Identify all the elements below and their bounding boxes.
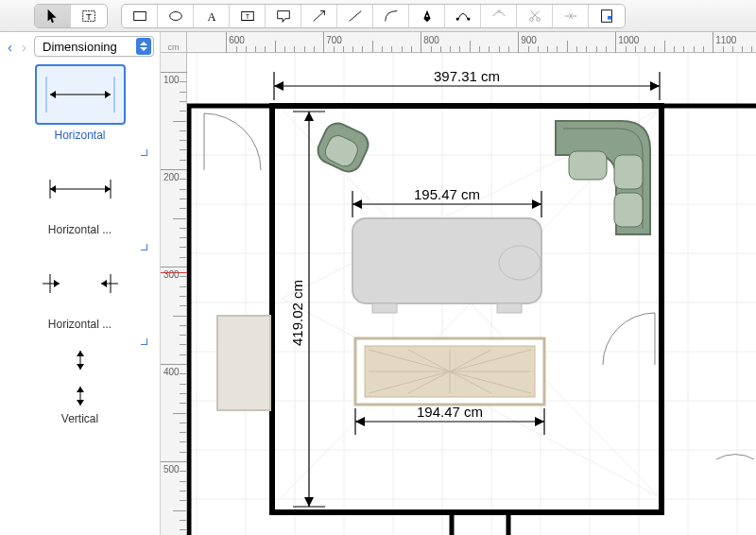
door-arc [716, 455, 754, 459]
svg-text:+: + [496, 8, 500, 15]
library-thumb [35, 348, 126, 408]
corner-mark-icon [141, 149, 147, 156]
pointer-tool[interactable] [35, 4, 71, 28]
svg-rect-43 [569, 151, 607, 180]
library-item-label: Horizontal ... [9, 318, 150, 331]
library-thumb [35, 159, 126, 219]
door-arc [603, 313, 655, 365]
svg-rect-2 [133, 11, 146, 20]
break-tool[interactable] [553, 4, 589, 28]
door-arc [204, 113, 261, 170]
horizontal-ruler[interactable]: 60070080090010001100 [187, 32, 756, 53]
text-frame-tool[interactable]: T [71, 4, 107, 28]
svg-rect-42 [614, 193, 643, 227]
note-tool[interactable] [266, 4, 301, 28]
library-thumb [35, 64, 126, 125]
svg-rect-41 [614, 155, 643, 189]
library-category-dropdown[interactable]: Dimensioning [34, 36, 154, 57]
sideboard [217, 316, 270, 410]
svg-rect-9 [467, 17, 470, 20]
library-items: Horizontal Horizontal ... Horizontal ...… [0, 60, 160, 425]
svg-point-12 [536, 17, 540, 21]
textbox-tool[interactable]: T [230, 4, 266, 28]
rug [355, 338, 544, 405]
arrow-tool[interactable] [301, 4, 337, 28]
vertical-ruler[interactable]: 100200300400500 [161, 53, 187, 535]
dimension-table-width[interactable]: 195.47 cm [352, 186, 541, 217]
svg-rect-49 [497, 303, 522, 313]
dropdown-knob-icon [136, 38, 151, 55]
dimension-room-width[interactable]: 397.31 cm [274, 68, 660, 100]
scissors-tool[interactable] [517, 4, 553, 28]
library-panel: ‹ › Dimensioning Horizontal Horizontal .… [0, 32, 161, 535]
svg-point-7 [425, 14, 427, 16]
svg-text:T: T [245, 11, 249, 20]
node-edit-tool[interactable] [445, 4, 481, 28]
nav-forward-icon[interactable]: › [20, 39, 28, 55]
svg-point-47 [499, 246, 541, 280]
dropdown-label: Dimensioning [43, 40, 117, 54]
table [352, 218, 541, 313]
node-add-tool[interactable]: + [481, 4, 517, 28]
rect-tool[interactable] [122, 4, 158, 28]
svg-point-3 [169, 11, 181, 20]
library-item-horizontal[interactable]: Horizontal [9, 64, 150, 142]
nav-back-icon[interactable]: ‹ [6, 39, 14, 55]
dimension-label: 194.47 cm [417, 404, 483, 420]
corner-mark-icon [141, 338, 147, 345]
svg-text:T: T [86, 10, 92, 21]
dimension-label: 397.31 cm [434, 68, 500, 84]
library-item-horizontal-3[interactable]: Horizontal ... [9, 253, 150, 331]
pointer-group: T [34, 4, 108, 28]
library-thumb [35, 253, 126, 314]
svg-rect-8 [455, 17, 458, 20]
svg-rect-48 [372, 303, 397, 313]
ruler-corner: cm [161, 32, 187, 53]
text-tool[interactable]: A [194, 4, 230, 28]
shape-tool-group: A T + [121, 4, 626, 28]
line-tool[interactable] [337, 4, 373, 28]
library-item-label: Vertical [9, 412, 150, 425]
sofa [556, 121, 650, 234]
armchair [314, 119, 372, 176]
library-item-label: Horizontal ... [9, 223, 150, 236]
drawing-canvas[interactable]: 397.31 cm 419.02 cm 195.47 cm 194.47 cm [187, 53, 756, 535]
svg-text:A: A [207, 9, 215, 23]
library-nav: ‹ › Dimensioning [0, 32, 160, 60]
svg-point-11 [529, 17, 533, 21]
dimension-label: 195.47 cm [414, 186, 480, 202]
page-tool[interactable] [589, 4, 625, 28]
library-item-horizontal-2[interactable]: Horizontal ... [9, 159, 150, 236]
pen-tool[interactable] [409, 4, 445, 28]
ruler-unit: cm [168, 43, 180, 52]
curve-tool[interactable] [373, 4, 409, 28]
dimension-label: 419.02 cm [289, 280, 305, 346]
library-item-label: Horizontal [9, 129, 150, 142]
dimension-rug-width[interactable]: 194.47 cm [355, 404, 544, 435]
top-toolbar: T A T + [0, 0, 756, 32]
library-item-vertical[interactable]: Vertical [9, 348, 150, 425]
corner-mark-icon [141, 244, 147, 250]
ellipse-tool[interactable] [158, 4, 194, 28]
svg-rect-14 [608, 16, 612, 20]
